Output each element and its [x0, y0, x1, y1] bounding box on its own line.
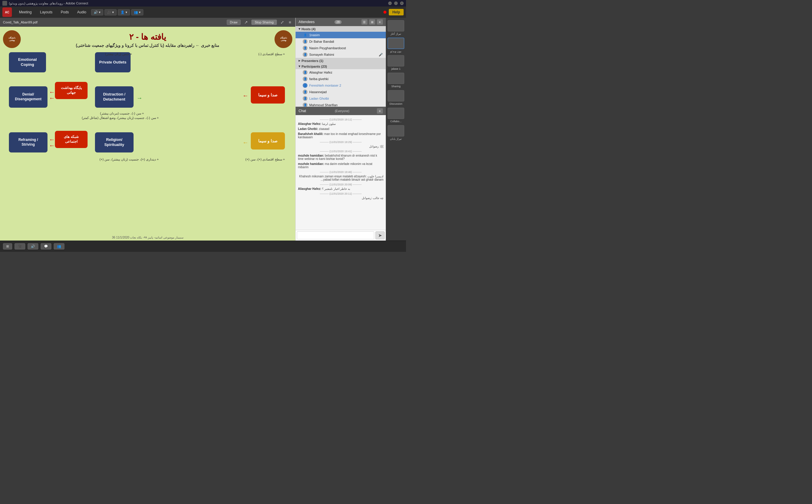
participants-collapse-icon: ▾: [298, 64, 300, 68]
attendee-somayeh[interactable]: 👤 Somayeh Rahimi 🎤: [295, 51, 386, 58]
app-icon: [2, 1, 7, 6]
maximize-button[interactable]: □: [394, 1, 398, 5]
chat-input[interactable]: [297, 231, 374, 239]
strip-label-bon-video: بون ویدئو: [390, 50, 401, 53]
chat-sender-3: Banafsheh khalili:: [298, 132, 324, 136]
menu-audio[interactable]: Audio: [74, 9, 90, 15]
person-icon-btn[interactable]: 👤 ▾: [118, 9, 130, 15]
attendees-header: Attendees 28 ☰ ⊞ ≡: [295, 18, 386, 26]
avatar-bahar: 👤: [303, 39, 307, 44]
strip-thumb-jalase: [387, 55, 404, 66]
doc-toolbar: Covid_Talk_Aban99.pdf Draw ↗ Stop Sharin…: [0, 18, 295, 27]
help-button[interactable]: Help: [389, 9, 403, 15]
strip-item-discussion[interactable]: Discussion: [387, 90, 404, 105]
avatar-aliasghar: 👤: [303, 70, 307, 75]
bottom-btn-3[interactable]: 🔊: [28, 243, 38, 249]
avatar-somayeh: 👤: [303, 52, 307, 57]
hosts-group-header[interactable]: ▾ Hosts (4): [295, 26, 386, 32]
attendee-name-aliasghar: Aliasghar Hafez: [309, 71, 332, 74]
camera-icon-btn[interactable]: 🎥 ▾: [104, 9, 117, 15]
bottom-btn-5[interactable]: 👥: [54, 243, 64, 249]
attendee-ladan[interactable]: 👤 Ladan Ghotbi: [295, 95, 386, 102]
bottom-btn-2[interactable]: 🎥: [15, 243, 25, 249]
strip-item-sharing[interactable]: Sharing: [387, 73, 404, 88]
avatar-1nasim: 👤: [303, 33, 307, 37]
participants-group-header[interactable]: ▾ Participants (23): [295, 63, 386, 69]
chat-menu[interactable]: ≡: [377, 108, 383, 114]
options-icon[interactable]: ≡: [287, 20, 292, 25]
slide-title: یافته ها - ۲: [3, 32, 292, 42]
strip-item-tiraz-aghaz[interactable]: تیراژ آغاز: [387, 20, 404, 35]
attendee-nasim[interactable]: 👤 Nasim Peyghambardoost: [295, 45, 386, 51]
title-bar: رویدادهای معاونت پژوهشی (بدون ویدئو) - A…: [0, 0, 406, 7]
participants-group: ▾ Participants (23) 👤 Aliasghar Hafez 👤 …: [295, 63, 386, 107]
strip-thumb-collabo: [387, 108, 404, 119]
strip-item-bon-video[interactable]: بون ویدئو: [387, 38, 404, 53]
attendee-aliasghar[interactable]: 👤 Aliasghar Hafez: [295, 69, 386, 76]
attendees-menu[interactable]: ≡: [377, 19, 383, 25]
arrow-left-2: ←: [49, 95, 55, 101]
chat-panel: Chat (Everyone) ≡ ---------- (11/01/2020…: [295, 107, 386, 241]
attendee-mahmoud[interactable]: 👤 Mahmoud Sharifian: [295, 102, 386, 107]
attendee-fariba[interactable]: 👤 fariba givehki: [295, 76, 386, 82]
strip-item-tiraz-payan[interactable]: تیراژ پایان: [387, 125, 404, 140]
fullscreen-icon[interactable]: ⤢: [279, 20, 285, 25]
menu-meeting[interactable]: Meeting: [15, 9, 35, 15]
payegah-box: پایگاه بهداشت جهانی: [55, 82, 88, 99]
far-right-strip: تیراژ آغاز بون ویدئو jalase 1 Sharing Di…: [386, 18, 406, 241]
attendee-bahar[interactable]: 👤 Dr Bahar Bandali: [295, 38, 386, 45]
university-logo-left: دانشگاهبهشتی: [3, 30, 21, 48]
strip-label-collabo: Collabo...: [390, 120, 401, 123]
strip-thumb-discussion: [387, 90, 404, 101]
strip-item-jalase[interactable]: jalase 1: [387, 55, 404, 70]
bottom-bar: ⊞ 🎥 🔊 💬 👥: [0, 241, 406, 252]
chat-sender-5: mozhde hamidian:: [298, 154, 325, 157]
attendees-tools[interactable]: ☰ ⊞ ≡: [361, 19, 383, 25]
draw-button[interactable]: Draw: [227, 20, 241, 25]
chat-text-9: چه جالب :رضوانل: [298, 196, 383, 200]
attendee-name-somayeh: Somayeh Rahimi: [309, 53, 334, 56]
strip-item-collabo[interactable]: Collabo...: [387, 108, 404, 123]
presenters-collapse-icon: ▸: [298, 59, 300, 63]
stop-sharing-button[interactable]: Stop Sharing: [251, 20, 277, 25]
app-logo: AC: [2, 7, 12, 17]
slide-footer: سمینار موضوعی اساتید- پاییز ۹۹- بکاه نجا…: [0, 236, 295, 239]
avatar-hasannejad: 👤: [303, 90, 307, 94]
attendee-hasannejad[interactable]: 👤 Hasannejad: [295, 89, 386, 95]
attendees-list-view[interactable]: ☰: [361, 19, 367, 25]
menu-pods[interactable]: Pods: [57, 9, 72, 15]
slide-content: دانشگاهبهشتی دانشگاهبهشتی یافته ها - ۲ م…: [0, 27, 295, 241]
attendees-grid-view[interactable]: ⊞: [369, 19, 375, 25]
chat-msg-8: Aliasghar Hafez: به خاطر اخبار نامعتبر ؟: [298, 187, 383, 190]
attendee-fereshteh[interactable]: 👤 Fereshteh montaser 2: [295, 82, 386, 89]
attendee-name-nasim: Nasim Peyghambardoost: [309, 46, 346, 50]
menu-bar: AC Meeting Layouts Pods Audio 🔊 ▾ 🎥 ▾ 👤 …: [0, 7, 406, 18]
avatar-fariba: 👤: [303, 77, 307, 81]
minimize-button[interactable]: ─: [388, 1, 392, 5]
strip-thumb-tiraz-aghaz: [387, 20, 404, 31]
seda-sima-bot-box: صدا و سیما: [251, 132, 285, 150]
bottom-btn-4[interactable]: 💬: [41, 243, 51, 249]
chat-msg-7: ادیسرا خلوت :Khahesh mikonam zaman eraye…: [298, 175, 383, 181]
bottom-btn-1[interactable]: ⊞: [3, 243, 12, 249]
strip-label-tiraz-aghaz: تیراژ آغاز: [390, 32, 401, 35]
pointer-icon[interactable]: ↗: [243, 20, 249, 25]
chat-text-1: سلون لرشا: [322, 122, 336, 125]
strip-thumb-sharing: [387, 73, 404, 84]
attendees-panel: Attendees 28 ☰ ⊞ ≡ ▾ Hosts (4) 👤 1nasim: [295, 18, 386, 107]
strip-label-sharing: Sharing: [391, 85, 400, 88]
emotional-coping-box: Emotional Coping: [9, 52, 46, 72]
attendee-1nasim[interactable]: 👤 1nasim: [295, 32, 386, 38]
close-button[interactable]: ✕: [400, 1, 403, 5]
menu-layouts[interactable]: Layouts: [36, 9, 56, 15]
chat-send-button[interactable]: ➤: [375, 231, 384, 239]
window-title: رویدادهای معاونت پژوهشی (بدون ویدئو) - A…: [9, 1, 88, 5]
hosts-label: Hosts (4): [301, 27, 315, 31]
chat-tools[interactable]: ≡: [377, 108, 383, 114]
recording-indicator: [383, 11, 386, 14]
share-icon-btn[interactable]: 👥 ▾: [131, 9, 143, 15]
window-controls[interactable]: ─ □ ✕: [388, 1, 403, 5]
presenters-group-header[interactable]: ▸ Presenters (1): [295, 58, 386, 63]
audio-icon-btn[interactable]: 🔊 ▾: [91, 9, 103, 15]
denial-box: Denial/ Disengagement: [9, 86, 47, 108]
